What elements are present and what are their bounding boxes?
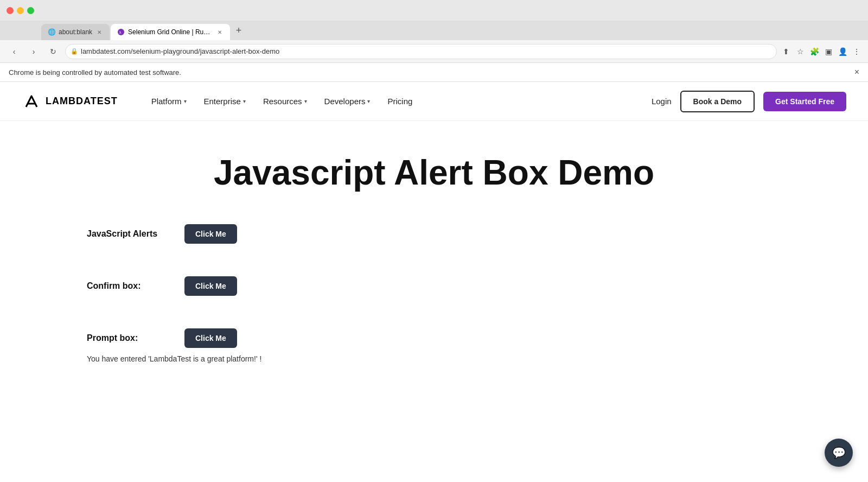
nav-item-developers[interactable]: Developers ▾ <box>317 92 378 110</box>
nav-item-pricing[interactable]: Pricing <box>380 92 420 110</box>
forward-button[interactable]: › <box>26 44 41 59</box>
nav-item-resources-label: Resources <box>263 97 302 106</box>
address-input[interactable]: lambdatest.com/selenium-playground/javas… <box>65 44 777 59</box>
browser-actions: ⬆ ☆ 🧩 ▣ 👤 ⋮ <box>781 47 861 56</box>
traffic-lights <box>7 7 34 14</box>
nav-item-platform[interactable]: Platform ▾ <box>144 92 194 110</box>
tab-close-2[interactable]: ✕ <box>216 28 224 36</box>
svg-text:λ: λ <box>119 30 122 35</box>
automation-banner-close[interactable]: × <box>854 67 859 77</box>
new-tab-button[interactable]: + <box>231 23 246 38</box>
js-alerts-label: JavaScript Alerts <box>87 229 174 239</box>
profile-icon[interactable]: 👤 <box>838 47 847 56</box>
confirm-box-row: Confirm box: Click Me <box>87 276 781 296</box>
tab-close-1[interactable]: ✕ <box>95 28 103 36</box>
address-bar-container: 🔒 lambdatest.com/selenium-playground/jav… <box>65 44 777 59</box>
login-link[interactable]: Login <box>652 97 672 106</box>
nav-item-enterprise-label: Enterprise <box>204 97 241 106</box>
get-started-button[interactable]: Get Started Free <box>763 92 846 111</box>
hero-section: Javascript Alert Box Demo <box>0 121 868 213</box>
share-icon[interactable]: ⬆ <box>781 47 791 56</box>
nav-chevron-developers: ▾ <box>367 98 370 104</box>
logo-text: LAMBDATEST <box>46 96 118 107</box>
nav-item-pricing-label: Pricing <box>387 97 412 106</box>
demo-content: JavaScript Alerts Click Me Confirm box: … <box>0 213 868 407</box>
minimize-button[interactable] <box>17 7 24 14</box>
browser-frame: 🌐 about:blank ✕ λ Selenium Grid Online |… <box>0 0 868 407</box>
chat-widget[interactable]: 💬 <box>825 439 853 467</box>
tab-lambdatest[interactable]: λ Selenium Grid Online | Run Se... ✕ <box>111 24 230 40</box>
logo[interactable]: LAMBDATEST <box>22 92 118 111</box>
chat-icon: 💬 <box>832 446 846 459</box>
nav-chevron-resources: ▾ <box>304 98 307 104</box>
automation-banner-text: Chrome is being controlled by automated … <box>9 68 181 77</box>
maximize-button[interactable] <box>27 7 34 14</box>
js-alerts-row: JavaScript Alerts Click Me <box>87 224 781 244</box>
nav-chevron-enterprise: ▾ <box>243 98 246 104</box>
prompt-box-result: You have entered 'LambdaTest is a great … <box>87 354 781 363</box>
refresh-button[interactable]: ↻ <box>46 44 61 59</box>
more-icon[interactable]: ⋮ <box>852 47 861 56</box>
confirm-box-click-me-button[interactable]: Click Me <box>184 276 237 296</box>
hero-title: Javascript Alert Box Demo <box>22 154 846 192</box>
close-button[interactable] <box>7 7 14 14</box>
confirm-box-label: Confirm box: <box>87 281 174 291</box>
prompt-box-label: Prompt box: <box>87 333 174 343</box>
prompt-box-click-me-button[interactable]: Click Me <box>184 328 237 348</box>
nav-chevron-platform: ▾ <box>184 98 187 104</box>
address-lock-icon: 🔒 <box>71 48 78 55</box>
tab-favicon-2: λ <box>117 28 125 36</box>
navbar: LAMBDATEST Platform ▾ Enterprise ▾ Resou… <box>0 82 868 121</box>
tab-about-blank[interactable]: 🌐 about:blank ✕ <box>41 24 110 40</box>
address-bar-row: ‹ › ↻ 🔒 lambdatest.com/selenium-playgrou… <box>0 40 868 63</box>
book-demo-button[interactable]: Book a Demo <box>680 91 755 112</box>
tab-label-1: about:blank <box>59 28 92 36</box>
tabs-bar: 🌐 about:blank ✕ λ Selenium Grid Online |… <box>0 21 868 40</box>
nav-actions: Login Book a Demo Get Started Free <box>652 91 846 112</box>
nav-item-resources[interactable]: Resources ▾ <box>256 92 315 110</box>
page-content: LAMBDATEST Platform ▾ Enterprise ▾ Resou… <box>0 82 868 407</box>
prompt-box-row: Prompt box: Click Me You have entered 'L… <box>87 328 781 363</box>
tab-label-2: Selenium Grid Online | Run Se... <box>128 28 213 36</box>
nav-links: Platform ▾ Enterprise ▾ Resources ▾ Deve… <box>144 92 652 110</box>
nav-item-enterprise[interactable]: Enterprise ▾ <box>196 92 253 110</box>
nav-item-platform-label: Platform <box>151 97 182 106</box>
nav-item-developers-label: Developers <box>324 97 366 106</box>
automation-banner: Chrome is being controlled by automated … <box>0 63 868 82</box>
back-button[interactable]: ‹ <box>7 44 22 59</box>
sidebar-icon[interactable]: ▣ <box>824 47 833 56</box>
bookmark-icon[interactable]: ☆ <box>795 47 805 56</box>
browser-title-bar <box>0 0 868 21</box>
tab-favicon-1: 🌐 <box>48 28 55 36</box>
svg-rect-2 <box>22 92 41 111</box>
extension-icon[interactable]: 🧩 <box>809 47 819 56</box>
js-alerts-click-me-button[interactable]: Click Me <box>184 224 237 244</box>
